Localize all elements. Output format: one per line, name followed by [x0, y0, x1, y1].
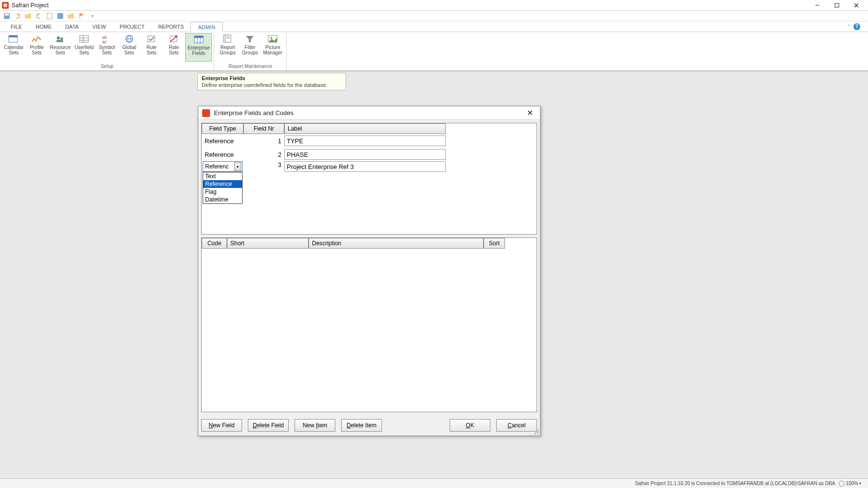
close-button[interactable]: [847, 0, 866, 11]
rule-sets-button[interactable]: RuleSets: [140, 33, 163, 62]
userfield-icon: [78, 34, 90, 44]
svg-rect-10: [9, 35, 17, 37]
symbol-icon: abac: [101, 34, 113, 44]
dropdown-option-datetime[interactable]: Datetime: [203, 196, 242, 203]
zoom-value: 100%: [846, 481, 858, 486]
ribbon-group-report-maintenance: ReportGroups FilterGroups PictureManager…: [214, 32, 286, 70]
picture-manager-button[interactable]: PictureManager: [261, 33, 284, 62]
admin-tab[interactable]: ADMIN: [191, 22, 222, 32]
profile-sets-button[interactable]: ProfileSets: [26, 33, 48, 62]
calendar-sets-button[interactable]: CalendarSets: [2, 33, 26, 62]
dropdown-option-reference[interactable]: Reference: [203, 180, 242, 188]
titlebar: Safran Project: [0, 0, 868, 11]
flag-icon[interactable]: [78, 12, 86, 20]
zoom-icon: [839, 481, 845, 487]
ok-button[interactable]: OK: [450, 419, 490, 432]
svg-rect-7: [47, 13, 52, 19]
view-tab[interactable]: VIEW: [86, 21, 113, 32]
minimize-button[interactable]: [808, 0, 827, 11]
tooltip-description: Define enterprise userdefined fields for…: [202, 82, 342, 88]
app-title: Safran Project: [12, 2, 49, 9]
dropdown-option-text[interactable]: Text: [203, 172, 242, 180]
tooltip-title: Enterprise Fields: [202, 75, 342, 81]
userfield-sets-button[interactable]: UserfieldSets: [72, 33, 95, 62]
enterprise-fields-icon: [193, 34, 205, 44]
fields-grid: Field Type Field Nr Label Reference 1 Re…: [201, 123, 537, 235]
col-sort[interactable]: Sort: [484, 238, 505, 249]
global-sets-button[interactable]: GlobalSets: [118, 33, 140, 62]
resource-icon: [54, 34, 66, 44]
home-tab[interactable]: HOME: [29, 21, 58, 32]
new-field-button[interactable]: New Field: [201, 419, 242, 432]
svg-rect-26: [194, 36, 203, 38]
help-icon[interactable]: ?: [853, 23, 860, 30]
field-row[interactable]: Reference 1: [202, 134, 537, 148]
field-row[interactable]: Reference 2: [202, 148, 537, 161]
svg-rect-8: [57, 13, 63, 19]
resize-grip[interactable]: [533, 429, 539, 435]
collapse-ribbon-icon[interactable]: ⌃: [847, 24, 851, 29]
statusbar: Safran Project 21.1.10.20 is Connected t…: [0, 478, 868, 488]
maximize-button[interactable]: [827, 0, 847, 11]
filter-groups-icon: [244, 34, 256, 44]
filter-groups-button[interactable]: FilterGroups: [239, 33, 261, 62]
rate-sets-button[interactable]: RateSets: [163, 33, 185, 62]
open-icon[interactable]: [24, 12, 32, 20]
save-icon[interactable]: [3, 12, 11, 20]
zoom-control[interactable]: 100% ▾: [839, 481, 865, 487]
codes-grid: Code Short Description Sort: [201, 237, 537, 412]
col-description[interactable]: Description: [309, 238, 484, 249]
file-tab[interactable]: FILE: [4, 21, 29, 32]
svg-point-11: [57, 36, 60, 39]
svg-rect-6: [5, 14, 9, 16]
ribbon: CalendarSets ProfileSets ResourceSets Us…: [0, 32, 868, 71]
project-tab[interactable]: PROJECT: [113, 21, 151, 32]
dialog-close-button[interactable]: ✕: [524, 108, 536, 118]
global-icon: [123, 34, 135, 44]
folder-icon[interactable]: [67, 12, 75, 20]
col-code[interactable]: Code: [202, 238, 227, 249]
profile-icon: [31, 34, 43, 44]
delete-item-button[interactable]: Delete Item: [341, 419, 382, 432]
resource-sets-button[interactable]: ResourceSets: [48, 33, 73, 62]
field-type-dropdown[interactable]: Referenc ▾: [203, 161, 243, 172]
undo-icon[interactable]: [14, 12, 21, 20]
redo-icon[interactable]: [35, 12, 43, 20]
data-tab[interactable]: DATA: [58, 21, 86, 32]
dropdown-option-flag[interactable]: Flag: [203, 188, 242, 196]
label-input-1[interactable]: [284, 135, 446, 146]
delete-field-button[interactable]: Delete Field: [248, 419, 289, 432]
ribbon-group-label-setup: Setup: [0, 63, 214, 70]
new-item-button[interactable]: New Item: [295, 419, 335, 432]
report-groups-icon: [222, 34, 233, 44]
save2-icon[interactable]: [56, 12, 64, 20]
symbol-sets-button[interactable]: abac SymbolSets: [96, 33, 118, 62]
enterprise-fields-button[interactable]: EnterpriseFields: [185, 33, 212, 62]
col-label[interactable]: Label: [284, 123, 446, 134]
reports-tab[interactable]: REPORTS: [151, 21, 191, 32]
col-field-type[interactable]: Field Type: [202, 123, 243, 134]
safran-logo-icon: [2, 2, 9, 9]
zoom-dropdown-icon: ▾: [859, 481, 861, 486]
svg-point-0: [3, 3, 7, 7]
dialog-icon: [202, 109, 210, 117]
col-short[interactable]: Short: [227, 238, 309, 249]
dialog-title-text: Enterprise Fields and Codes: [214, 109, 294, 117]
enterprise-fields-dialog: Enterprise Fields and Codes ✕ Field Type…: [198, 106, 540, 436]
new-icon[interactable]: [46, 12, 53, 20]
label-input-2[interactable]: [284, 149, 446, 160]
label-input-3[interactable]: [284, 161, 446, 172]
dropdown-icon[interactable]: ▾: [88, 12, 96, 20]
report-groups-button[interactable]: ReportGroups: [216, 33, 239, 62]
col-field-nr[interactable]: Field Nr: [243, 123, 284, 134]
rule-icon: [146, 34, 157, 44]
svg-text:ac: ac: [102, 39, 107, 44]
field-row[interactable]: Referenc ▾ Text Reference Flag Datetime …: [202, 161, 537, 175]
svg-rect-2: [835, 3, 839, 7]
tooltip: Enterprise Fields Define enterprise user…: [197, 73, 346, 90]
cancel-button[interactable]: Cancel: [496, 419, 537, 432]
svg-rect-14: [80, 35, 88, 42]
dialog-buttons: New Field Delete Field New Item Delete I…: [198, 415, 540, 436]
rate-icon: [168, 34, 180, 44]
status-text: Safran Project 21.1.10.20 is Connected t…: [635, 481, 835, 486]
